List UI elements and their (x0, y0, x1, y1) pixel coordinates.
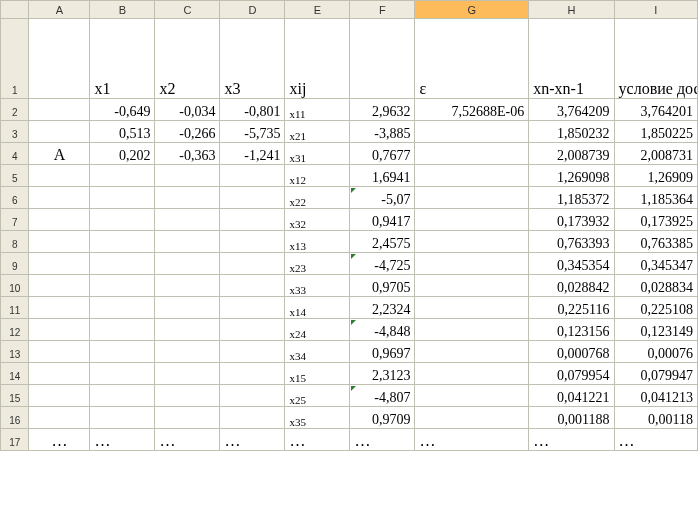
cell[interactable]: x12 (285, 165, 350, 187)
cell[interactable]: 0,763393 (529, 231, 614, 253)
cell[interactable] (29, 99, 90, 121)
cell[interactable]: … (529, 429, 614, 451)
cell[interactable]: xij (285, 19, 350, 99)
cell[interactable]: 1,185372 (529, 187, 614, 209)
row-number[interactable]: 6 (1, 187, 29, 209)
row-number[interactable]: 12 (1, 319, 29, 341)
cell[interactable]: 3,764201 (614, 99, 697, 121)
cell[interactable]: 0,9417 (350, 209, 415, 231)
cell[interactable]: x25 (285, 385, 350, 407)
cell[interactable] (415, 319, 529, 341)
cell[interactable]: 0,041213 (614, 385, 697, 407)
row-number[interactable]: 15 (1, 385, 29, 407)
cell[interactable]: 0,173932 (529, 209, 614, 231)
cell[interactable]: 2,9632 (350, 99, 415, 121)
cell[interactable] (29, 297, 90, 319)
row-number[interactable]: 10 (1, 275, 29, 297)
cell[interactable] (29, 19, 90, 99)
cell[interactable] (415, 231, 529, 253)
row-number[interactable]: 3 (1, 121, 29, 143)
cell[interactable] (90, 231, 155, 253)
cell[interactable] (155, 187, 220, 209)
cell[interactable]: -3,885 (350, 121, 415, 143)
row-number[interactable]: 16 (1, 407, 29, 429)
cell[interactable] (90, 385, 155, 407)
cell[interactable] (415, 187, 529, 209)
cell[interactable]: 0,000768 (529, 341, 614, 363)
cell[interactable]: 1,850225 (614, 121, 697, 143)
cell[interactable] (29, 121, 90, 143)
cell[interactable] (90, 407, 155, 429)
cell[interactable]: 0,9705 (350, 275, 415, 297)
col-header-C[interactable]: C (155, 1, 220, 19)
cell[interactable]: 2,008731 (614, 143, 697, 165)
cell[interactable] (155, 407, 220, 429)
col-header-D[interactable]: D (220, 1, 285, 19)
cell[interactable]: 2,2324 (350, 297, 415, 319)
cell[interactable]: ε (415, 19, 529, 99)
cell[interactable] (220, 407, 285, 429)
cell[interactable]: 0,00076 (614, 341, 697, 363)
cell[interactable]: A (29, 143, 90, 165)
cell[interactable]: -0,649 (90, 99, 155, 121)
cell[interactable]: 2,4575 (350, 231, 415, 253)
cell[interactable] (415, 407, 529, 429)
cell[interactable] (155, 253, 220, 275)
cell[interactable]: 1,850232 (529, 121, 614, 143)
cell[interactable]: x13 (285, 231, 350, 253)
cell[interactable]: -5,07 (350, 187, 415, 209)
cell[interactable]: 1,185364 (614, 187, 697, 209)
row-number[interactable]: 1 (1, 19, 29, 99)
cell[interactable] (220, 363, 285, 385)
cell[interactable]: 0,7677 (350, 143, 415, 165)
cell[interactable]: 0,345354 (529, 253, 614, 275)
cell[interactable] (415, 165, 529, 187)
cell[interactable] (220, 275, 285, 297)
cell[interactable] (415, 121, 529, 143)
cell[interactable]: x34 (285, 341, 350, 363)
cell[interactable] (90, 165, 155, 187)
cell[interactable]: xn-xn-1 (529, 19, 614, 99)
cell[interactable]: x15 (285, 363, 350, 385)
cell[interactable] (29, 341, 90, 363)
cell[interactable]: … (614, 429, 697, 451)
row-number[interactable]: 13 (1, 341, 29, 363)
cell[interactable] (155, 231, 220, 253)
col-header-F[interactable]: F (350, 1, 415, 19)
cell[interactable]: 0,202 (90, 143, 155, 165)
cell[interactable]: 1,26909 (614, 165, 697, 187)
cell[interactable]: 1,6941 (350, 165, 415, 187)
cell[interactable] (90, 319, 155, 341)
row-number[interactable]: 2 (1, 99, 29, 121)
cell[interactable] (220, 231, 285, 253)
row-number[interactable]: 11 (1, 297, 29, 319)
cell[interactable] (29, 275, 90, 297)
cell[interactable]: x14 (285, 297, 350, 319)
cell[interactable] (220, 385, 285, 407)
cell[interactable]: x1 (90, 19, 155, 99)
cell[interactable] (155, 319, 220, 341)
cell[interactable]: 0,173925 (614, 209, 697, 231)
cell[interactable]: x21 (285, 121, 350, 143)
cell[interactable]: -4,848 (350, 319, 415, 341)
cell[interactable] (90, 341, 155, 363)
cell[interactable]: x31 (285, 143, 350, 165)
col-header-B[interactable]: B (90, 1, 155, 19)
cell[interactable] (415, 143, 529, 165)
cell[interactable] (350, 19, 415, 99)
cell[interactable] (29, 187, 90, 209)
cell[interactable] (90, 209, 155, 231)
row-number[interactable]: 4 (1, 143, 29, 165)
cell[interactable]: 0,9709 (350, 407, 415, 429)
cell[interactable]: 0,123149 (614, 319, 697, 341)
cell[interactable] (415, 385, 529, 407)
row-number[interactable]: 17 (1, 429, 29, 451)
cell[interactable]: … (415, 429, 529, 451)
col-header-I[interactable]: I (614, 1, 697, 19)
row-number[interactable]: 14 (1, 363, 29, 385)
cell[interactable] (155, 341, 220, 363)
cell[interactable]: -0,266 (155, 121, 220, 143)
cell[interactable]: 0,513 (90, 121, 155, 143)
cell[interactable] (415, 209, 529, 231)
cell[interactable] (29, 231, 90, 253)
